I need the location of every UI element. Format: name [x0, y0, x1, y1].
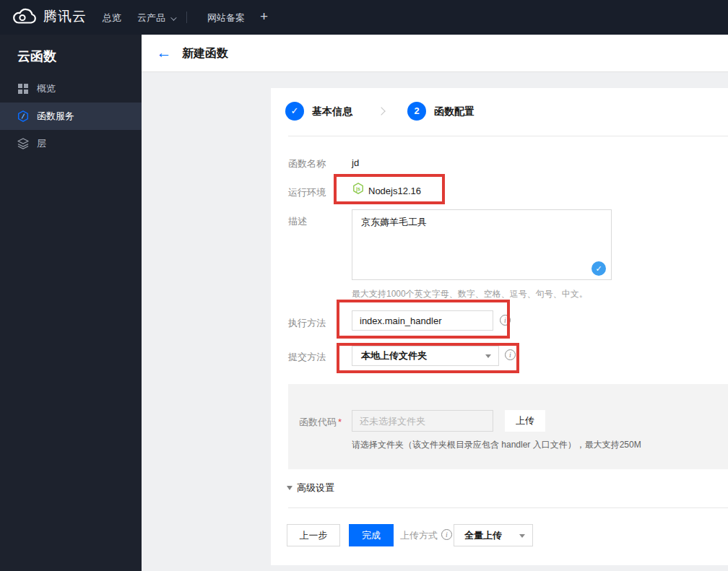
check-icon: ✓: [291, 105, 299, 116]
page-title: 新建函数: [182, 46, 228, 61]
info-icon[interactable]: i: [505, 349, 516, 360]
runtime-label: 运行环境: [288, 186, 326, 199]
required-asterisk: *: [338, 417, 342, 427]
sidebar-item-layers[interactable]: 层: [0, 130, 142, 157]
upload-button[interactable]: 上传: [505, 410, 545, 432]
sidebar-item-overview[interactable]: 概览: [0, 75, 142, 103]
step1-done-circle: ✓: [285, 102, 304, 121]
caret-down-icon: [519, 534, 525, 538]
handler-label: 执行方法: [288, 317, 326, 330]
upload-mode-select[interactable]: 全量上传: [454, 524, 533, 546]
previous-step-button[interactable]: 上一步: [287, 524, 340, 546]
steps-divider: [288, 136, 728, 136]
back-arrow-button[interactable]: ←: [155, 43, 173, 62]
step1-label: 基本信息: [312, 105, 352, 118]
function-code-hint: 请选择文件夹（该文件夹根目录应包含 handler 入口文件），最大支持250M: [352, 439, 641, 451]
nav-item-overview[interactable]: 总览: [103, 12, 121, 25]
function-code-section: 函数代码* 上传 请选择文件夹（该文件夹根目录应包含 handler 入口文件）…: [288, 384, 728, 469]
function-name-value: jd: [352, 157, 359, 168]
page-header: ← 新建函数: [142, 35, 728, 72]
caret-down-icon: [485, 354, 491, 358]
svg-text:js: js: [355, 186, 360, 192]
step2-label: 函数配置: [434, 105, 474, 118]
upload-mode-value: 全量上传: [464, 525, 502, 546]
sidebar-product-title: 云函数: [17, 48, 56, 65]
submit-method-select[interactable]: 本地上传文件夹: [352, 346, 499, 366]
step2-current-circle: 2: [407, 102, 426, 121]
top-navbar: 腾讯云 总览 云产品 网站备案 +: [0, 0, 728, 35]
layers-icon: [17, 138, 29, 149]
scf-hexagon-icon: [17, 110, 29, 122]
nodejs-icon: js: [352, 183, 364, 194]
handler-input[interactable]: [352, 310, 493, 331]
chevron-right-icon: [377, 107, 385, 115]
runtime-value: Nodejs12.16: [368, 186, 421, 196]
valid-check-icon: ✓: [592, 261, 606, 276]
advanced-settings-toggle[interactable]: 高级设置: [287, 481, 334, 494]
submit-method-label: 提交方法: [288, 351, 326, 364]
info-icon[interactable]: i: [500, 315, 511, 326]
sidebar-item-label: 层: [37, 137, 46, 150]
sidebar-item-function-service[interactable]: 函数服务: [0, 103, 142, 130]
grid-icon: [17, 83, 29, 95]
finish-button[interactable]: 完成: [349, 524, 394, 546]
submit-method-value: 本地上传文件夹: [361, 346, 427, 365]
sidebar-item-label: 函数服务: [37, 110, 74, 123]
nav-divider: [186, 12, 187, 23]
brand-name: 腾讯云: [43, 7, 87, 26]
nav-add-tab-button[interactable]: +: [260, 9, 268, 25]
cloud-logo-icon: [12, 7, 38, 26]
upload-mode-label: 上传方式: [400, 529, 438, 542]
function-name-label: 函数名称: [288, 157, 326, 170]
triangle-down-icon: [287, 486, 292, 490]
footer-divider: [288, 507, 728, 508]
nav-item-website-icp[interactable]: 网站备案: [207, 12, 245, 25]
folder-path-input[interactable]: [352, 410, 493, 432]
tencent-cloud-logo[interactable]: 腾讯云: [12, 7, 87, 26]
create-function-card: ✓ 基本信息 2 函数配置 函数名称 jd 运行环境 js Nodejs12.1…: [271, 88, 728, 565]
nav-item-cloud-products[interactable]: 云产品: [137, 12, 175, 25]
chevron-down-icon: [170, 14, 176, 20]
advanced-settings-label: 高级设置: [297, 481, 334, 494]
description-hint: 最大支持1000个英文字母、数字、空格、逗号、句号、中文。: [352, 288, 588, 300]
sidebar-item-label: 概览: [37, 82, 56, 95]
description-textarea[interactable]: 京东薅羊毛工具: [352, 209, 612, 280]
function-code-label: 函数代码*: [299, 416, 342, 429]
description-label: 描述: [288, 215, 307, 228]
sidebar: 云函数 概览 函数服务 层: [0, 35, 142, 571]
info-icon[interactable]: i: [441, 529, 452, 540]
